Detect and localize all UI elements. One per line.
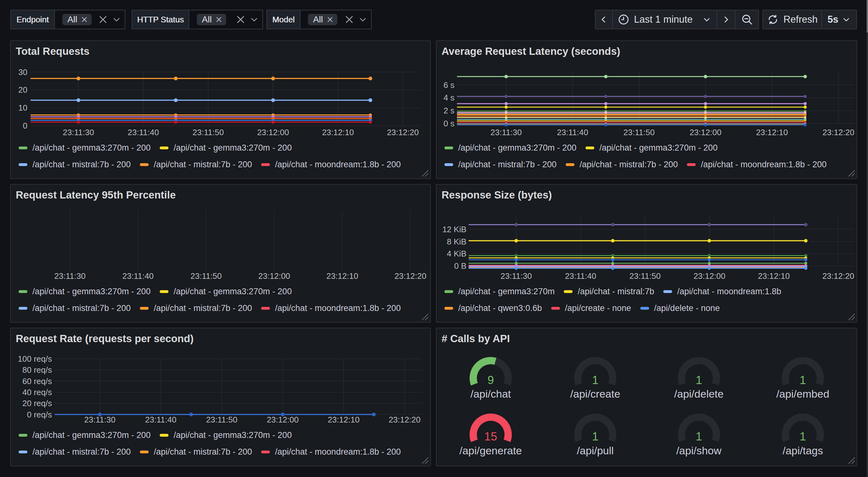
svg-text:23:12:20: 23:12:20: [822, 271, 854, 281]
svg-text:2 s: 2 s: [443, 106, 455, 115]
svg-text:1: 1: [800, 430, 806, 443]
svg-text:23:11:50: 23:11:50: [629, 271, 660, 281]
svg-text:100 req/s: 100 req/s: [18, 354, 52, 364]
svg-text:23:12:20: 23:12:20: [394, 271, 426, 281]
svg-text:23:12:00: 23:12:00: [693, 271, 725, 281]
svg-text:23:11:30: 23:11:30: [63, 128, 94, 137]
svg-text:23:11:50: 23:11:50: [190, 271, 222, 281]
svg-text:23:12:00: 23:12:00: [258, 271, 290, 281]
svg-text:/api/generate: /api/generate: [460, 445, 522, 456]
svg-text:/api/delete: /api/delete: [674, 388, 724, 400]
svg-text:0 B: 0 B: [454, 261, 466, 271]
svg-text:23:11:50: 23:11:50: [206, 415, 237, 424]
svg-text:/api/embed: /api/embed: [776, 388, 829, 400]
svg-text:23:12:10: 23:12:10: [326, 271, 358, 281]
svg-text:80 req/s: 80 req/s: [22, 365, 52, 375]
svg-text:23:11:30: 23:11:30: [490, 128, 522, 137]
svg-text:6 s: 6 s: [443, 80, 455, 90]
svg-text:9: 9: [488, 374, 494, 387]
svg-text:40 req/s: 40 req/s: [22, 388, 52, 397]
svg-text:15: 15: [484, 430, 497, 443]
svg-text:/api/create: /api/create: [570, 388, 620, 400]
svg-text:23:11:50: 23:11:50: [192, 128, 224, 137]
svg-text:4 KiB: 4 KiB: [447, 249, 466, 258]
svg-text:20 req/s: 20 req/s: [22, 398, 52, 408]
svg-text:23:12:00: 23:12:00: [257, 128, 289, 137]
svg-text:23:12:10: 23:12:10: [758, 271, 789, 281]
svg-text:0 req/s: 0 req/s: [27, 410, 52, 419]
svg-text:/api/pull: /api/pull: [577, 445, 614, 456]
svg-text:4 s: 4 s: [443, 93, 455, 102]
svg-text:23:11:50: 23:11:50: [623, 128, 654, 137]
svg-text:23:11:30: 23:11:30: [500, 271, 532, 281]
svg-text:23:11:40: 23:11:40: [557, 128, 588, 137]
svg-text:30: 30: [18, 67, 27, 77]
svg-text:23:11:40: 23:11:40: [565, 271, 596, 281]
svg-text:1: 1: [696, 374, 702, 387]
svg-text:/api/show: /api/show: [676, 445, 721, 456]
svg-text:23:11:30: 23:11:30: [54, 271, 85, 281]
svg-text:1: 1: [800, 374, 806, 387]
svg-text:23:11:40: 23:11:40: [128, 128, 159, 137]
svg-text:23:12:20: 23:12:20: [822, 128, 854, 137]
svg-text:1: 1: [592, 430, 599, 443]
svg-text:10: 10: [18, 103, 27, 113]
svg-text:23:12:10: 23:12:10: [322, 128, 354, 137]
svg-text:/api/tags: /api/tags: [783, 445, 823, 456]
svg-text:23:12:10: 23:12:10: [328, 415, 359, 424]
svg-text:23:11:40: 23:11:40: [145, 415, 176, 424]
svg-text:/api/chat: /api/chat: [470, 388, 511, 400]
svg-text:23:12:00: 23:12:00: [689, 128, 721, 137]
svg-text:8 KiB: 8 KiB: [447, 237, 466, 246]
svg-text:1: 1: [696, 430, 702, 443]
svg-text:23:12:10: 23:12:10: [756, 128, 788, 137]
svg-text:60 req/s: 60 req/s: [22, 377, 52, 386]
svg-text:12 KiB: 12 KiB: [442, 225, 466, 234]
svg-text:23:12:20: 23:12:20: [387, 128, 418, 137]
svg-text:20: 20: [18, 85, 27, 94]
svg-text:0 s: 0 s: [443, 119, 455, 128]
svg-text:0: 0: [23, 121, 27, 130]
svg-text:23:11:40: 23:11:40: [123, 271, 154, 281]
svg-text:23:12:20: 23:12:20: [389, 415, 421, 424]
svg-text:1: 1: [592, 374, 599, 387]
